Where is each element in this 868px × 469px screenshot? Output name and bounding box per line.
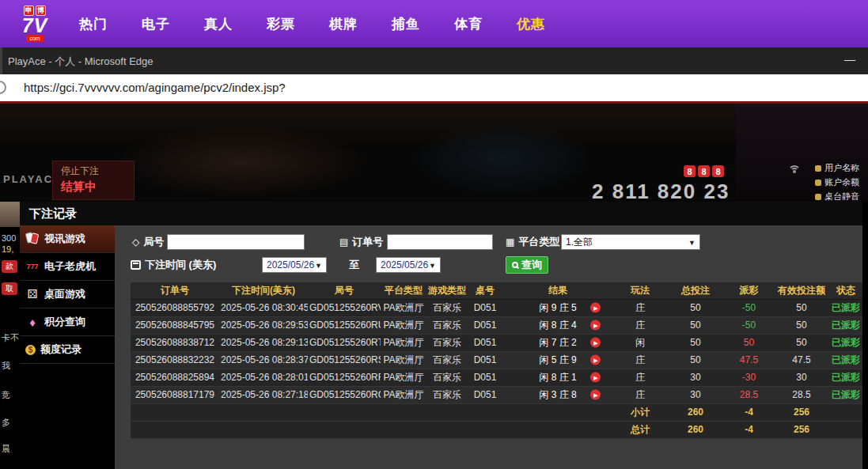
cell-play: 庄 <box>613 299 667 316</box>
address-bar[interactable]: https://gci.7vvvvvv.com/agingame/pcv2/in… <box>0 74 868 101</box>
minimize-button[interactable]: — <box>844 53 855 66</box>
cell-time: 2025-05-26 08:29:13 <box>219 334 308 351</box>
total-row: 总计 260 -4 256 <box>131 421 862 438</box>
col-payout: 派彩 <box>724 282 774 299</box>
date-to-select[interactable]: 2025/05/26 <box>376 257 441 273</box>
cell-play: 庄 <box>613 316 667 334</box>
cell-payout: -30 <box>724 369 774 386</box>
edge-titlebar: PlayAce - 个人 - Microsoft Edge — <box>0 47 868 74</box>
replay-icon[interactable] <box>590 390 601 400</box>
sidebar-item-video-games[interactable]: 视讯游戏 <box>20 225 115 253</box>
empty-cell <box>131 403 613 421</box>
cell-round: GD051255260RT <box>308 334 381 351</box>
platform-filter-label: 平台类型 <box>506 235 559 249</box>
balance-label: 账户余额 <box>824 176 859 188</box>
round-input[interactable] <box>167 234 305 250</box>
sidebar-item-label: 额度记录 <box>40 342 81 357</box>
result-text: 闲 5 庄 9 <box>539 354 576 365</box>
cell-result: 闲 3 庄 8 <box>502 386 613 403</box>
cell-platform: PA欧洲厅 <box>381 386 426 403</box>
replay-icon[interactable] <box>590 320 601 331</box>
cell-payout: -50 <box>724 299 774 316</box>
platform-select[interactable]: 1.全部 <box>561 234 700 250</box>
cell-game: 百家乐 <box>426 351 468 369</box>
panel-sidebar: 视讯游戏 电子老虎机 桌面游戏 积分查询 额度记录 <box>20 225 115 469</box>
subtotal-payout: -4 <box>724 403 774 421</box>
grid-icon <box>506 236 514 248</box>
col-platform: 平台类型 <box>381 282 426 299</box>
nav-fishing[interactable]: 捕鱼 <box>392 15 420 33</box>
cell-bet: 50 <box>667 316 724 334</box>
cell-order: 250526088832232 <box>131 351 219 369</box>
banner-image <box>111 126 372 199</box>
table-row: 250526088845795 2025-05-26 08:29:53 GD05… <box>131 316 862 334</box>
cell-payout: 47.5 <box>724 351 774 369</box>
col-bet: 总投注 <box>667 282 724 299</box>
table-row: 250526088825894 2025-05-26 08:28:01 GD05… <box>131 369 862 386</box>
withdraw-button-fragment[interactable]: 取 <box>2 282 17 295</box>
nav-promo[interactable]: 优惠 <box>517 15 545 33</box>
nav-live[interactable]: 真人 <box>204 15 233 33</box>
cell-platform: PA欧洲厅 <box>381 334 426 351</box>
money-icon <box>25 345 36 355</box>
cell-round: GD051255260RV <box>308 299 381 316</box>
url-text[interactable]: https://gci.7vvvvvv.com/agingame/pcv2/in… <box>24 81 286 94</box>
cell-round: GD051255260RU <box>308 316 381 334</box>
dice-icon <box>25 288 40 301</box>
panel-main: 局号 订单号 平台类型 1.全部 下注时间 (美东) 2025/ <box>115 225 862 469</box>
order-input[interactable] <box>387 234 493 250</box>
date-from-value: 2025/05/26 <box>267 259 314 270</box>
reload-icon[interactable] <box>0 81 6 94</box>
nav-sports[interactable]: 体育 <box>454 15 483 33</box>
payout-value: 47.5 <box>740 354 758 365</box>
nav-cards[interactable]: 棋牌 <box>329 15 358 33</box>
logo-domain: com <box>26 35 43 42</box>
top-nav: 申 博 7V com 热门 电子 真人 彩票 棋牌 捕鱼 体育 优惠 <box>0 0 868 47</box>
cell-round: GD051255260RR <box>308 369 381 386</box>
cell-bet: 50 <box>667 299 724 316</box>
sidebar-item-table-games[interactable]: 桌面游戏 <box>20 281 115 308</box>
cards-icon <box>25 233 40 245</box>
sidebar-item-credit-records[interactable]: 额度记录 <box>20 336 115 364</box>
order-label: 订单号 <box>352 235 383 249</box>
date-from-select[interactable]: 2025/05/26 <box>262 257 327 273</box>
col-result: 结果 <box>502 282 613 299</box>
page-left-fragments: 300 19, 款 取 卡不 我 竞 多 晨 <box>0 202 20 469</box>
cell-valid: 50 <box>774 316 829 334</box>
diamond-icon <box>25 316 40 328</box>
result-text: 闲 8 庄 1 <box>539 372 576 383</box>
table-row: 250526088817179 2025-05-26 08:27:18 GD05… <box>131 386 862 403</box>
status-badge: 已派彩 <box>829 334 862 351</box>
total-bet: 260 <box>667 421 724 438</box>
subtotal-bet: 260 <box>667 403 724 421</box>
die-icon: 8 <box>698 165 710 177</box>
deposit-button-fragment[interactable]: 款 <box>2 260 17 273</box>
order-filter-label: 订单号 <box>339 235 383 249</box>
col-time: 下注时间(美东) <box>219 282 308 299</box>
main-menu: 热门 电子 真人 彩票 棋牌 捕鱼 体育 优惠 <box>79 15 545 33</box>
sidebar-item-slots[interactable]: 电子老虎机 <box>20 253 115 281</box>
total-payout: -4 <box>724 421 774 438</box>
replay-icon[interactable] <box>590 338 601 348</box>
wifi-icon <box>788 165 802 180</box>
cell-time: 2025-05-26 08:28:37 <box>219 351 308 369</box>
logo-brand: 7V <box>22 17 48 35</box>
sidebar-item-points[interactable]: 积分查询 <box>20 308 115 336</box>
to-label: 至 <box>349 258 359 272</box>
nav-slots[interactable]: 电子 <box>142 15 170 33</box>
nav-hot[interactable]: 热门 <box>79 15 108 33</box>
replay-icon[interactable] <box>590 373 601 383</box>
empty-cell <box>829 403 862 421</box>
search-button[interactable]: 查询 <box>506 256 548 274</box>
payout-value: -50 <box>742 302 756 313</box>
cell-order: 250526088825894 <box>131 369 219 386</box>
nav-lottery[interactable]: 彩票 <box>267 15 295 33</box>
cell-play: 闲 <box>613 334 667 351</box>
cell-play: 庄 <box>613 386 667 403</box>
cell-game: 百家乐 <box>426 386 468 403</box>
site-logo[interactable]: 申 博 7V com <box>11 6 59 42</box>
replay-icon[interactable] <box>590 303 601 313</box>
status-badge: 已派彩 <box>829 386 862 403</box>
cell-order: 250526088838712 <box>131 334 219 351</box>
replay-icon[interactable] <box>590 355 601 365</box>
